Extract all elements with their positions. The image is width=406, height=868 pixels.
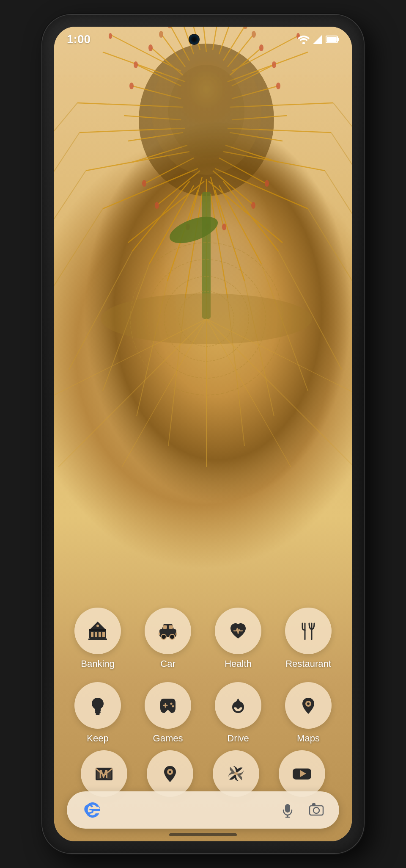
svg-point-142 (236, 705, 240, 709)
car-label: Car (160, 658, 175, 669)
svg-line-89 (308, 209, 352, 319)
svg-marker-112 (313, 35, 322, 44)
status-time: 1:00 (67, 33, 91, 46)
svg-point-128 (161, 634, 166, 639)
phone-screen: 1:00 (54, 27, 352, 841)
app-item-games[interactable]: Games (138, 682, 198, 744)
svg-line-90 (54, 209, 103, 319)
car-icon (157, 620, 179, 642)
svg-text:M: M (99, 768, 108, 780)
svg-line-95 (333, 103, 352, 166)
svg-rect-130 (159, 633, 160, 635)
banking-label: Banking (81, 658, 115, 669)
bulb-icon (87, 694, 109, 716)
dock-row: M (54, 750, 352, 797)
maps-label: Maps (297, 733, 320, 744)
dock-item-maps2[interactable] (147, 750, 193, 797)
svg-point-74 (222, 224, 226, 230)
svg-point-111 (302, 42, 305, 44)
wifi-icon (298, 35, 310, 44)
svg-point-140 (172, 705, 174, 708)
app-item-maps[interactable]: Maps (279, 682, 338, 744)
bank-icon (87, 620, 109, 642)
svg-point-71 (251, 202, 255, 209)
svg-rect-118 (91, 632, 93, 637)
svg-point-72 (155, 202, 159, 209)
app-row-2: Keep Games (63, 682, 343, 744)
banking-icon-circle[interactable] (74, 608, 121, 654)
svg-rect-136 (96, 713, 100, 715)
lens-button[interactable] (306, 800, 326, 820)
battery-icon (326, 35, 339, 44)
svg-rect-131 (176, 633, 177, 635)
app-item-keep[interactable]: Keep (68, 682, 127, 744)
pinwheel-icon-circle[interactable] (213, 750, 259, 797)
svg-rect-114 (337, 38, 339, 41)
keep-icon-circle[interactable] (74, 682, 121, 729)
games-icon-circle[interactable] (145, 682, 191, 729)
health-icon-circle[interactable] (215, 608, 261, 654)
car-icon-circle[interactable] (145, 608, 191, 654)
app-item-drive[interactable]: Drive (208, 682, 268, 744)
svg-point-124 (96, 625, 99, 627)
maps-icon (297, 694, 319, 716)
app-item-banking[interactable]: Banking (68, 608, 127, 669)
svg-line-46 (215, 190, 244, 281)
location-icon (159, 763, 181, 785)
health-icon (227, 620, 249, 642)
app-item-health[interactable]: Health (208, 608, 268, 669)
svg-point-63 (276, 83, 280, 89)
app-grid: Banking (54, 608, 352, 757)
dock-item-gmail[interactable]: M (81, 750, 127, 797)
google-g-icon: G (80, 799, 102, 821)
svg-point-148 (169, 771, 171, 773)
pinwheel-icon (225, 763, 247, 785)
health-label: Health (225, 658, 252, 669)
svg-rect-158 (312, 803, 315, 806)
restaurant-icon-circle[interactable] (285, 608, 332, 654)
svg-line-96 (54, 103, 77, 166)
svg-rect-126 (163, 625, 167, 629)
lens-icon (309, 802, 324, 818)
dock-item-youtube[interactable] (279, 750, 325, 797)
status-icons (298, 35, 339, 44)
svg-rect-117 (89, 629, 106, 631)
svg-text:G: G (84, 802, 94, 817)
app-item-restaurant[interactable]: Restaurant (279, 608, 338, 669)
svg-point-70 (142, 180, 146, 187)
app-row-1: Banking (63, 608, 343, 669)
svg-line-106 (58, 319, 206, 467)
camera-notch (189, 35, 199, 44)
drive-icon-circle[interactable] (215, 682, 261, 729)
svg-point-62 (272, 61, 276, 68)
microphone-button[interactable] (277, 800, 298, 820)
gmail-icon: M (93, 763, 115, 785)
svg-rect-115 (326, 37, 337, 42)
svg-point-157 (313, 807, 319, 813)
restaurant-icon (297, 620, 319, 642)
svg-rect-119 (95, 632, 97, 637)
search-action-icons (277, 800, 326, 820)
svg-point-139 (170, 703, 173, 705)
dock-item-pinwheel[interactable] (213, 750, 259, 797)
youtube-icon (291, 763, 313, 785)
svg-point-79 (168, 65, 244, 158)
maps2-icon-circle[interactable] (147, 750, 193, 797)
app-item-car[interactable]: Car (138, 608, 198, 669)
gmail-icon-circle[interactable]: M (81, 750, 127, 797)
svg-point-66 (129, 83, 134, 89)
svg-point-144 (307, 702, 310, 705)
svg-point-69 (265, 180, 269, 187)
svg-rect-135 (95, 711, 101, 713)
gamepad-icon (157, 694, 179, 716)
restaurant-label: Restaurant (285, 658, 331, 669)
search-bar[interactable]: G (67, 791, 339, 829)
microphone-icon (280, 802, 295, 818)
svg-line-93 (331, 133, 352, 213)
svg-rect-122 (88, 639, 107, 640)
svg-line-45 (185, 194, 202, 298)
home-indicator[interactable] (169, 833, 237, 836)
maps-icon-circle[interactable] (285, 682, 332, 729)
youtube-icon-circle[interactable] (279, 750, 325, 797)
svg-rect-127 (169, 625, 173, 629)
